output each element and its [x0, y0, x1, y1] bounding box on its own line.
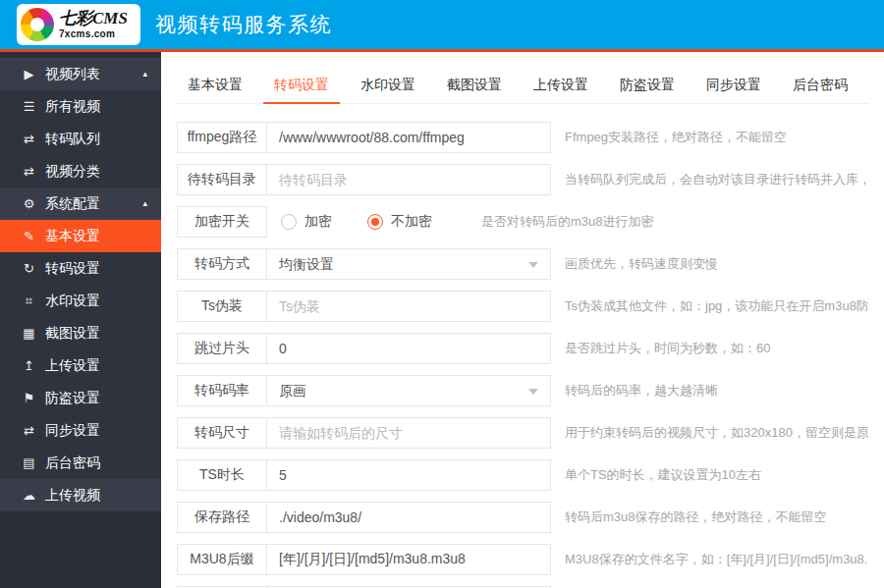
radio-label: 不加密 — [391, 213, 432, 231]
list-icon: ☰ — [21, 99, 37, 114]
swap-icon: ⇄ — [21, 164, 37, 179]
logo[interactable]: 七彩CMS 7xcms.com — [17, 4, 140, 45]
ffmpeg-path-field — [266, 122, 551, 153]
sidebar-item-admin-password[interactable]: ▤后台密码 — [0, 447, 161, 479]
sidebar-item-basic-settings[interactable]: ✎基本设置 — [0, 220, 161, 252]
chevron-down-icon — [528, 262, 538, 268]
m3u8-suffix-input[interactable] — [267, 545, 550, 574]
field-hint: 单个TS的时长，建议设置为10左右 — [565, 459, 761, 491]
sidebar-item-label: 后台密码 — [45, 454, 100, 472]
sidebar-item-label: 转码设置 — [45, 260, 100, 278]
sidebar-item-antileech-settings[interactable]: ⚑防盗设置 — [0, 382, 161, 414]
chevron-up-icon: ▴ — [142, 198, 147, 208]
sidebar-item-label: 上传设置 — [45, 357, 100, 375]
field-label: TS时长 — [177, 459, 267, 491]
tab-watermark-settings[interactable]: 水印设置 — [350, 66, 426, 103]
pending-dir-field — [266, 164, 551, 195]
save-path-field — [266, 502, 551, 533]
top-header-bar: 七彩CMS 7xcms.com 视频转码服务系统 — [0, 0, 884, 52]
tab-basic-settings[interactable]: 基本设置 — [177, 66, 253, 103]
field-label: 加密开关 — [177, 206, 267, 238]
form-row-skip-intro: 跳过片头是否跳过片头，时间为秒数，如：60 — [177, 333, 868, 364]
transcode-size-input[interactable] — [267, 418, 550, 448]
radio-encrypt-on[interactable]: 加密 — [281, 213, 332, 231]
flag-icon: ⚑ — [21, 391, 37, 405]
field-label: ffmpeg路径 — [177, 122, 267, 153]
refresh-icon: ↻ — [21, 261, 37, 276]
brand-name: 七彩CMS — [59, 10, 128, 27]
password-icon: ▤ — [21, 455, 37, 470]
tab-screenshot-settings[interactable]: 截图设置 — [436, 66, 513, 103]
sidebar-item-label: 视频列表 — [45, 66, 100, 83]
tab-upload-settings[interactable]: 上传设置 — [523, 66, 599, 103]
ts-disguise-input[interactable] — [267, 292, 550, 321]
gear-icon: ⚙ — [21, 196, 37, 211]
sidebar-item-label: 防盗设置 — [45, 390, 100, 407]
form-row-save-path: 保存路径转码后m3u8保存的路径，绝对路径，不能留空 — [177, 502, 868, 533]
logo-text: 七彩CMS 7xcms.com — [59, 10, 128, 39]
sidebar-item-transcode-queue[interactable]: ⇄转码队列 — [0, 123, 161, 155]
sidebar-item-upload-settings[interactable]: ↥上传设置 — [0, 349, 161, 382]
sidebar-item-upload-video[interactable]: ☁上传视频 — [0, 479, 161, 511]
form-row-transcode-mode: 转码方式均衡设置画质优先，转码速度则变慢 — [177, 248, 868, 280]
cloud-upload-icon: ☁ — [21, 488, 37, 503]
ffmpeg-path-input[interactable] — [267, 123, 550, 152]
sidebar-item-all-videos[interactable]: ☰所有视频 — [0, 90, 161, 123]
image-icon: ▦ — [21, 326, 37, 341]
sidebar-item-label: 所有视频 — [45, 98, 100, 116]
form-row-bitrate: 转码码率原画转码后的码率，越大越清晰 — [177, 375, 868, 406]
settings-tabbar: 基本设置转码设置水印设置截图设置上传设置防盗设置同步设置后台密码 — [177, 66, 868, 104]
field-hint: 转码后的码率，越大越清晰 — [565, 375, 718, 406]
ts-duration-input[interactable] — [267, 460, 550, 490]
field-hint: Ts伪装成其他文件，如：jpg，该功能只在开启m3u8防盗后有效 — [565, 291, 868, 322]
sidebar-item-label: 基本设置 — [45, 228, 100, 245]
tab-admin-password[interactable]: 后台密码 — [782, 66, 858, 103]
crop-icon: ⌗ — [21, 294, 37, 309]
ts-duration-field — [266, 459, 551, 491]
sidebar-item-transcode-settings[interactable]: ↻转码设置 — [0, 252, 161, 285]
field-label: 保存路径 — [177, 502, 267, 533]
sidebar-item-label: 截图设置 — [45, 325, 100, 343]
swap-icon: ⇄ — [21, 132, 37, 146]
tab-antileech-settings[interactable]: 防盗设置 — [609, 66, 686, 103]
edit-icon: ✎ — [21, 229, 37, 243]
chevron-up-icon: ▴ — [142, 69, 147, 79]
sidebar-item-video-list[interactable]: ▶视频列表▴ — [0, 58, 161, 90]
sidebar-item-label: 水印设置 — [45, 293, 100, 310]
page-title: 视频转码服务系统 — [155, 11, 332, 38]
pending-dir-input[interactable] — [267, 165, 550, 194]
form-row-encrypt-switch: 加密开关加密不加密是否对转码后的m3u8进行加密 — [177, 206, 868, 238]
sidebar-item-video-category[interactable]: ⇄视频分类 — [0, 155, 161, 187]
field-label: M3U8后缀 — [177, 544, 267, 575]
sidebar-item-screenshot-settings[interactable]: ▦截图设置 — [0, 317, 161, 349]
bitrate-select[interactable]: 原画 — [266, 375, 551, 406]
transcode-mode-select[interactable]: 均衡设置 — [266, 248, 551, 280]
field-label: 转码方式 — [177, 248, 267, 280]
tab-transcode-settings[interactable]: 转码设置 — [263, 66, 340, 103]
field-hint: 画质优先，转码速度则变慢 — [565, 248, 718, 280]
m3u8-suffix-field — [266, 544, 551, 575]
sidebar-item-system-config[interactable]: ⚙系统配置▴ — [0, 187, 161, 220]
radio-encrypt-off[interactable]: 不加密 — [367, 213, 432, 231]
field-label: 待转码目录 — [177, 164, 267, 195]
field-label: 转码尺寸 — [177, 417, 267, 449]
tab-sync-settings[interactable]: 同步设置 — [695, 66, 772, 103]
radio-selected-icon — [367, 214, 383, 230]
upload-icon: ↥ — [21, 358, 37, 373]
field-hint: 是否对转码后的m3u8进行加密 — [481, 206, 654, 238]
swap-icon: ⇄ — [21, 423, 37, 438]
field-label: Ts伪装 — [177, 291, 267, 322]
sidebar-item-sync-settings[interactable]: ⇄同步设置 — [0, 414, 161, 447]
transcode-size-field — [266, 417, 551, 449]
save-path-input[interactable] — [267, 503, 550, 532]
field-hint: 用于约束转码后的视频尺寸，如320x180，留空则是原画 — [565, 417, 868, 449]
selected-option: 均衡设置 — [267, 249, 550, 279]
ts-disguise-field — [266, 291, 551, 322]
skip-intro-input[interactable] — [267, 334, 550, 363]
form-row-ts-duration: TS时长单个TS的时长，建议设置为10左右 — [177, 459, 868, 491]
transcode-settings-form: ffmpeg路径Ffmpeg安装路径，绝对路径，不能留空待转码目录当转码队列完成… — [177, 122, 868, 588]
sidebar-item-watermark-settings[interactable]: ⌗水印设置 — [0, 285, 161, 317]
field-hint: M3U8保存的文件名字，如：[年]/[月]/[日]/[md5]/m3u8.m3u… — [565, 544, 868, 575]
radio-label: 加密 — [304, 213, 332, 231]
selected-option: 原画 — [267, 376, 550, 405]
